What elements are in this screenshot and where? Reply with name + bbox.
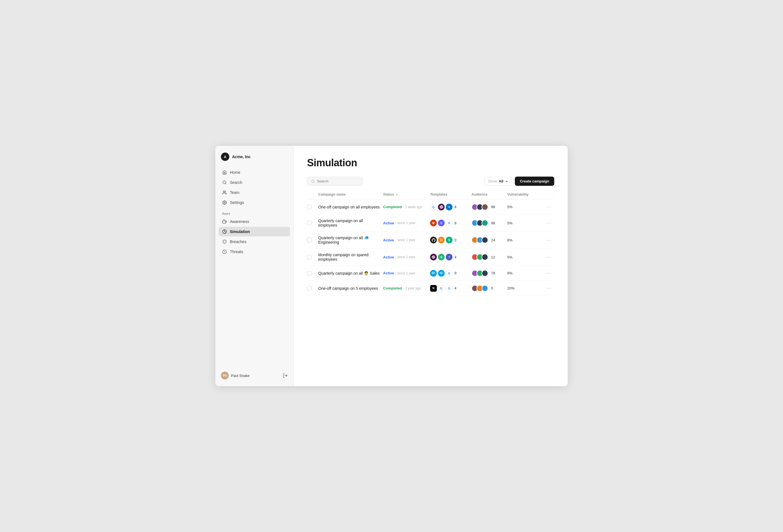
row-checkbox[interactable] <box>307 255 312 259</box>
app-icons: M S G <box>430 220 452 226</box>
sidebar-item-search[interactable]: Search <box>219 178 290 187</box>
app-window: A Acme, Inc Home Se <box>215 146 568 386</box>
row-checkbox[interactable] <box>307 205 312 209</box>
more-actions-button[interactable]: ··· <box>543 285 554 292</box>
row-checkbox[interactable] <box>307 286 312 291</box>
table-header: Campaign name Status Templates Audience … <box>307 193 554 199</box>
templates-cell: + T 4 <box>430 254 469 260</box>
campaigns-table: Campaign name Status Templates Audience … <box>307 193 554 296</box>
threats-icon <box>222 249 227 254</box>
status-cell: Active · since 1 year <box>383 271 428 275</box>
company-name: Acme, Inc <box>232 155 251 159</box>
avatar <box>481 285 488 292</box>
status-badge: Completed <box>383 205 402 209</box>
more-actions-button[interactable]: ··· <box>543 203 554 210</box>
table-row[interactable]: Quarterly campaign on all 🧢 Engineering … <box>307 232 554 249</box>
status-time: · 1 year ago <box>403 287 421 290</box>
vulnerability-cell: 5% <box>507 221 541 225</box>
search-box[interactable] <box>307 176 363 186</box>
toolbar: Show All Create campaign <box>307 176 554 186</box>
row-checkbox[interactable] <box>307 271 312 275</box>
th-status[interactable]: Status <box>383 193 428 196</box>
templates-cell: G + 4 <box>430 204 469 210</box>
campaign-name: One-off campaign on 5 employees <box>318 286 381 291</box>
sidebar-item-threats[interactable]: Threats <box>219 247 290 257</box>
templates-cell: SF SF G 9 <box>430 270 469 277</box>
avatar-stack <box>471 285 488 292</box>
app-icons: G + <box>430 204 452 210</box>
stripe-icon: S <box>438 220 445 226</box>
more-actions-button[interactable]: ··· <box>543 237 554 244</box>
audience-cell: 12 <box>471 254 505 260</box>
status-time: · since 1 year <box>396 255 415 259</box>
sidebar-item-awareness[interactable]: Awareness <box>219 217 290 226</box>
status-badge: Active <box>383 221 394 225</box>
table-row[interactable]: One-off campaign on 5 employees Complete… <box>307 281 554 296</box>
status-time: · 1 week ago <box>403 205 422 209</box>
svg-point-2 <box>223 191 224 192</box>
status-time: · since 1 year <box>396 221 415 225</box>
avatar <box>481 254 488 260</box>
sidebar-item-breaches[interactable]: Breaches <box>219 237 290 246</box>
sidebar-logo: A Acme, Inc <box>215 153 293 168</box>
status-badge: Active <box>383 271 394 275</box>
table-row[interactable]: One-off campaign on all employees Comple… <box>307 199 554 214</box>
avatar-stack <box>471 237 488 243</box>
avatar: PS <box>221 372 229 379</box>
notion-icon: N <box>430 285 437 292</box>
settings-label: Settings <box>230 200 244 205</box>
audience-cell: 5 <box>471 285 505 292</box>
status-badge: Active <box>383 238 394 242</box>
more-actions-button[interactable]: ··· <box>543 254 554 261</box>
show-filter[interactable]: Show All <box>484 177 512 186</box>
more-actions-button[interactable]: ··· <box>543 270 554 277</box>
page-title: Simulation <box>307 157 554 169</box>
templates-count: 8 <box>455 221 457 225</box>
row-checkbox[interactable] <box>307 221 312 225</box>
templates-count: 3 <box>455 238 457 242</box>
table-row[interactable]: Quarterly campaign on all 🧑‍💼 Sales Acti… <box>307 266 554 281</box>
table-row[interactable]: Monthly campaign on spared employees Act… <box>307 249 554 266</box>
th-vulnerability: Vulnerability <box>507 193 541 196</box>
sidebar-item-home[interactable]: Home <box>219 168 290 177</box>
avatar <box>481 204 488 210</box>
s-icon: S <box>446 237 452 243</box>
th-audience: Audience <box>471 193 505 196</box>
audience-count: 12 <box>491 255 495 259</box>
status-cell: Completed · 1 week ago <box>383 205 428 209</box>
row-checkbox[interactable] <box>307 238 312 242</box>
sidebar-item-simulation[interactable]: Simulation <box>219 227 290 236</box>
apps-section-label: Apps <box>215 207 293 217</box>
sidebar-item-team[interactable]: Team <box>219 188 290 197</box>
show-label: Show <box>488 179 497 183</box>
templates-count: 4 <box>455 255 457 259</box>
toolbar-right: Show All Create campaign <box>484 176 554 186</box>
svg-point-3 <box>224 202 225 203</box>
create-campaign-button[interactable]: Create campaign <box>515 176 554 186</box>
vulnerability-cell: 8% <box>507 238 541 242</box>
search-icon <box>222 180 227 185</box>
sidebar-footer: PS Paul Snake <box>215 367 293 380</box>
team-label: Team <box>230 190 239 195</box>
salesforce-icon: SF <box>430 270 437 277</box>
threats-label: Threats <box>230 250 243 254</box>
circle-icon: O <box>438 237 445 243</box>
main-content: Simulation Show All Create campaign <box>294 146 568 386</box>
avatar-stack <box>471 270 488 277</box>
templates-count: 4 <box>455 286 457 290</box>
user-info: PS Paul Snake <box>221 372 250 379</box>
more-actions-button[interactable]: ··· <box>543 220 554 227</box>
vulnerability-cell: 5% <box>507 255 541 259</box>
status-badge: Active <box>383 255 394 259</box>
sidebar-item-settings[interactable]: Settings <box>219 198 290 207</box>
search-input[interactable] <box>317 179 359 183</box>
status-cell: Active · since 1 year <box>383 221 428 225</box>
audience-cell: 98 <box>471 220 505 226</box>
svg-line-13 <box>314 182 314 182</box>
sort-icon <box>395 193 399 196</box>
campaign-name: One-off campaign on all employees <box>318 205 381 209</box>
table-row[interactable]: Quarterly campaign on all employees Acti… <box>307 214 554 232</box>
app-icons: SF SF G <box>430 270 452 277</box>
logout-button[interactable] <box>283 373 288 378</box>
team-icon <box>222 190 227 195</box>
